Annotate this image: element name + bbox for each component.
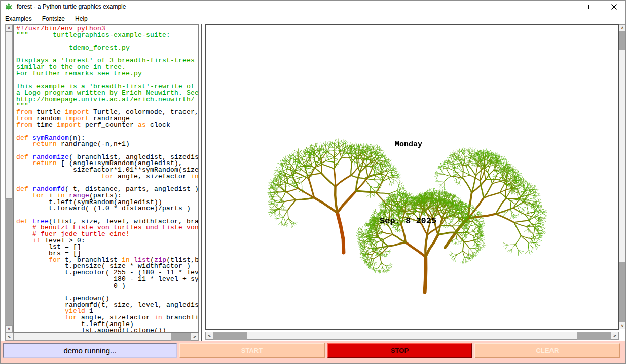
minimize-icon: [565, 7, 570, 7]
code-line: return randrange(-n,n+1): [16, 141, 198, 148]
scroll-right-arrow[interactable]: >: [191, 333, 199, 341]
canvas-text-label: Monday: [395, 140, 422, 149]
scroll-down-arrow[interactable]: ∨: [619, 322, 626, 329]
scroll-left-arrow[interactable]: <: [205, 332, 213, 340]
stop-button[interactable]: STOP: [327, 343, 472, 358]
canvas-hscrollbar[interactable]: < >: [205, 332, 619, 340]
canvas-vscroll-thumb[interactable]: [619, 50, 626, 262]
menu-fontsize[interactable]: Fontsize: [37, 13, 70, 24]
status-label: demo running...: [3, 343, 177, 358]
minimize-button[interactable]: [556, 1, 579, 13]
code-line: """ turtlegraphics-example-suite:: [16, 32, 198, 39]
editor-vscroll-thumb[interactable]: [5, 32, 13, 199]
canvas-hscroll-thumb[interactable]: [247, 332, 577, 340]
clear-button[interactable]: CLEAR: [474, 343, 620, 358]
window-title: forest - a Python turtle graphics exampl…: [17, 3, 126, 10]
scroll-up-arrow[interactable]: ∧: [5, 24, 13, 32]
code-line: from time import perf_counter as clock: [16, 122, 198, 129]
bottom-bar: demo running... START STOP CLEAR: [0, 341, 626, 364]
scroll-down-arrow[interactable]: ∨: [5, 325, 13, 333]
maximize-icon: [588, 5, 593, 9]
code-editor[interactable]: #!/usr/bin/env python3""" turtlegraphics…: [13, 24, 199, 333]
canvas-text-label: Sep. 8 2025: [380, 216, 436, 226]
turtle-canvas-frame: MondaySep. 8 2025: [205, 24, 619, 330]
turtle-canvas: [206, 25, 618, 329]
scroll-up-arrow[interactable]: ∧: [619, 24, 626, 31]
code-line: tdemo_forest.py: [16, 45, 198, 52]
menu-bar: Examples Fontsize Help: [0, 13, 626, 24]
canvas-vscrollbar[interactable]: ∧ ∨: [619, 24, 626, 329]
menu-help[interactable]: Help: [70, 13, 93, 24]
menu-examples[interactable]: Examples: [0, 13, 37, 24]
turtle-app-icon: [5, 3, 13, 11]
maximize-button[interactable]: [579, 1, 602, 13]
close-icon: [611, 4, 617, 10]
code-line: for angle, sizefactor in: [16, 174, 198, 180]
code-line: For further remarks see tree.py: [16, 71, 198, 77]
title-bar: forest - a Python turtle graphics exampl…: [0, 0, 626, 13]
close-button[interactable]: [602, 1, 625, 13]
editor-hscroll-thumb[interactable]: [13, 333, 171, 341]
pane-divider: [201, 24, 202, 341]
editor-hscrollbar[interactable]: < >: [5, 333, 199, 341]
start-button[interactable]: START: [179, 343, 325, 358]
code-line: t.forward( (1.0 * distance)/parts ): [16, 206, 198, 212]
code-line: 0 ): [16, 283, 198, 290]
scroll-right-arrow[interactable]: >: [611, 332, 619, 340]
editor-vscrollbar[interactable]: ∧ ∨: [5, 24, 13, 333]
code-line: http://homepage.univie.ac.at/erich.neuwi…: [16, 97, 198, 103]
code-line: lst.append(t.clone()): [16, 328, 198, 333]
scroll-left-arrow[interactable]: <: [5, 333, 13, 341]
